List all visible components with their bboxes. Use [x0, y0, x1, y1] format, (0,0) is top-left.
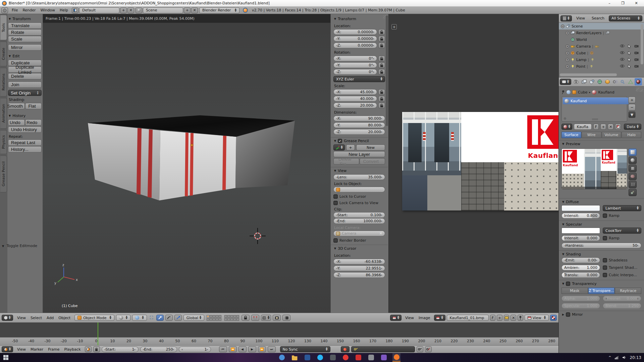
- uv-image-editor[interactable]: + Kaufland: [388, 14, 558, 313]
- taskbar-app-6[interactable]: [341, 353, 350, 362]
- diffuse-shader-dropdown[interactable]: Lambert▲▼: [603, 205, 641, 211]
- prev-keyframe-button[interactable]: ⏪: [229, 346, 237, 352]
- material-browse-dropdown[interactable]: ▲▼: [561, 124, 572, 130]
- scale-lock-button[interactable]: [378, 96, 385, 102]
- editor-type-3dview-button[interactable]: ▲▼: [2, 315, 13, 321]
- transparency-checkbox[interactable]: [566, 282, 570, 286]
- tool-shelf-tab-create[interactable]: Create: [0, 42, 7, 66]
- rotation-lock-button[interactable]: [378, 56, 385, 61]
- transform-panel-header[interactable]: ▼Transform: [8, 15, 42, 22]
- open-image-button[interactable]: [504, 315, 509, 321]
- location-z-field[interactable]: ◂Z:0.00000▸: [333, 43, 377, 48]
- rotation-x-field[interactable]: ◂X:0°▸: [333, 56, 377, 61]
- material-link-dropdown[interactable]: Data▲▼: [624, 124, 641, 130]
- gp-new-button[interactable]: New: [356, 144, 385, 150]
- set-origin-dropdown[interactable]: Set Origin▲▼: [8, 90, 42, 96]
- decrement-arrow-icon[interactable]: ◂: [336, 44, 337, 47]
- rotation-mode-dropdown[interactable]: XYZ Euler▲▼: [333, 76, 385, 82]
- taskbar-app-7[interactable]: [354, 353, 362, 362]
- cursor-x-field[interactable]: ◂X:-60.6338▸: [333, 259, 385, 264]
- editor-type-image-button[interactable]: ▲▼: [390, 315, 401, 321]
- collapse-icon[interactable]: −: [561, 24, 565, 28]
- current-frame-field[interactable]: ◂1▸: [179, 347, 211, 352]
- outliner-item-camera[interactable]: +Camera|: [559, 43, 644, 50]
- breadcrumb-object[interactable]: Cube: [578, 90, 587, 95]
- breadcrumb-material[interactable]: Kaufland: [598, 90, 614, 95]
- gp-delete-frame-button[interactable]: Delete Fra...: [333, 158, 359, 165]
- increment-arrow-icon[interactable]: ▸: [381, 260, 382, 263]
- properties-tab-render-layers[interactable]: [581, 78, 588, 85]
- opengl-render-button[interactable]: [273, 315, 281, 321]
- info-file-menu[interactable]: File: [9, 7, 20, 13]
- gp-convert-button[interactable]: Convert: [360, 158, 385, 165]
- outliner-item-lamp[interactable]: +Lamp|: [559, 56, 644, 63]
- scale-y-field[interactable]: ◂Y:40.000▸: [333, 96, 377, 102]
- editor-type-info-button[interactable]: i: [1, 7, 8, 13]
- start-button[interactable]: [3, 355, 8, 360]
- viewport-view-menu[interactable]: View: [15, 315, 28, 321]
- orientation-dropdown[interactable]: Global▲▼: [183, 315, 204, 321]
- taskbar-app-blender[interactable]: [392, 353, 400, 362]
- mirror-button[interactable]: Mirror: [8, 44, 42, 51]
- visibility-eye-icon[interactable]: [620, 44, 625, 48]
- timeline-frame-menu[interactable]: Frame: [46, 346, 62, 353]
- cubic-interpolation-checkbox[interactable]: [603, 273, 607, 277]
- viewport-add-menu[interactable]: Add: [44, 315, 56, 321]
- layer-toggle[interactable]: [210, 315, 212, 318]
- preview-panel-header[interactable]: ▼Preview: [561, 140, 641, 147]
- layer-toggle[interactable]: [219, 315, 221, 318]
- snap-toggle-button[interactable]: [251, 315, 259, 321]
- lock-to-scene-button[interactable]: [241, 315, 250, 321]
- increment-arrow-icon[interactable]: ▸: [373, 44, 374, 47]
- view-panel-header[interactable]: ▼View: [333, 167, 385, 174]
- outliner-view-menu[interactable]: View: [574, 15, 587, 21]
- transform-panel-header[interactable]: ▼Transform: [333, 15, 385, 22]
- specular-shader-dropdown[interactable]: CookTorr▲▼: [603, 228, 641, 234]
- taskbar-app-1[interactable]: [278, 353, 286, 362]
- unlink-image-button[interactable]: ✕: [511, 315, 516, 321]
- info-help-menu[interactable]: Help: [57, 7, 70, 13]
- image-name-field[interactable]: Kaufland1_01.bmp: [447, 315, 489, 321]
- undo-history-button[interactable]: Undo History: [8, 126, 42, 133]
- preview-particles-button[interactable]: [629, 189, 637, 196]
- transparency-mask-tab[interactable]: Mask: [561, 288, 588, 294]
- frame-start-field[interactable]: ◂Start:1▸: [102, 347, 139, 352]
- properties-tab-render[interactable]: [573, 78, 580, 85]
- scale-x-field[interactable]: ◂X:45.000▸: [333, 89, 377, 95]
- repeat-last-button[interactable]: Repeat Last: [8, 139, 42, 146]
- renderable-camera-icon[interactable]: [634, 51, 639, 55]
- increment-arrow-icon[interactable]: ▸: [373, 90, 374, 94]
- material-nodes-button[interactable]: [615, 124, 621, 130]
- selectable-cursor-icon[interactable]: [628, 64, 631, 68]
- outliner-item-renderlayers[interactable]: +RenderLayers|: [559, 29, 644, 36]
- layer-toggle[interactable]: [227, 315, 230, 318]
- specular-color-swatch[interactable]: [561, 228, 600, 234]
- timeline-ruler[interactable]: -50-40-30-20-100102030405060708090100110…: [0, 337, 558, 345]
- dimension-y-field[interactable]: ◂Y:80.000▸: [333, 122, 385, 128]
- cursor-y-field[interactable]: ◂Y:22.9551▸: [333, 265, 385, 271]
- rotation-lock-button[interactable]: [378, 69, 385, 75]
- material-name-field[interactable]: Kaufla: [574, 124, 592, 130]
- taskbar-app-8[interactable]: [367, 353, 375, 362]
- maximize-button[interactable]: ❐: [617, 0, 629, 6]
- outliner-item-scene[interactable]: −Scene: [559, 23, 644, 29]
- decrement-arrow-icon[interactable]: ◂: [336, 64, 337, 67]
- volume-icon[interactable]: [622, 356, 626, 359]
- increment-arrow-icon[interactable]: ▸: [373, 97, 374, 100]
- properties-tab-modifiers[interactable]: [619, 78, 627, 85]
- shade-smooth-button[interactable]: Smooth: [8, 103, 25, 109]
- blend-field[interactable]: Blend:1.250: [603, 303, 641, 309]
- outliner-item-point[interactable]: +Point|: [559, 63, 644, 70]
- delete-keyframe-button[interactable]: [425, 346, 432, 352]
- preview-flat-button[interactable]: [629, 148, 637, 156]
- 3d-cursor-panel-header[interactable]: ▼3D Cursor: [333, 245, 385, 252]
- properties-tab-material[interactable]: [635, 78, 642, 85]
- viewport-shading-dropdown[interactable]: ▲▼: [116, 315, 130, 321]
- uv-view-menu[interactable]: View: [403, 315, 416, 321]
- renderable-camera-icon[interactable]: [634, 58, 639, 61]
- scale-manipulator-button[interactable]: [174, 315, 182, 321]
- timeline-view-menu[interactable]: View: [15, 346, 28, 353]
- timeline-marker-menu[interactable]: Marker: [28, 346, 46, 353]
- tool-shelf-tab-relations[interactable]: Relations: [0, 68, 7, 97]
- scale-lock-button[interactable]: [378, 89, 385, 95]
